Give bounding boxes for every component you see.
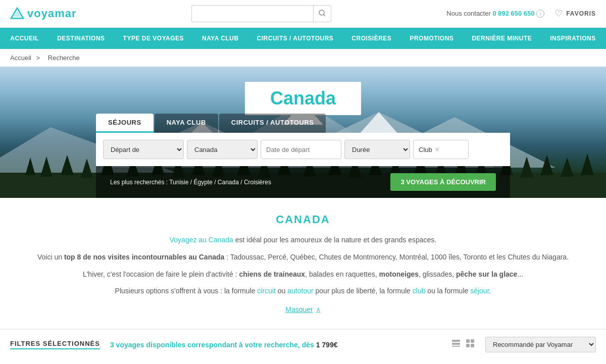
search-input[interactable] bbox=[192, 10, 313, 18]
para4-mid3: ou la formule bbox=[425, 287, 470, 295]
svg-point-3 bbox=[319, 10, 324, 15]
suggestion-canada[interactable]: Canada bbox=[218, 179, 239, 186]
masquer-button[interactable]: Masquer ∧ bbox=[285, 305, 320, 314]
breadcrumb: Accueil > Recherche bbox=[0, 49, 606, 67]
view-icons bbox=[451, 338, 475, 351]
duree-select[interactable]: Durée bbox=[344, 140, 410, 159]
breadcrumb-separator: > bbox=[36, 54, 40, 62]
nav-destinations[interactable]: DESTINATIONS bbox=[48, 28, 114, 49]
favorites-button[interactable]: ♡ FAVORIS bbox=[554, 8, 596, 19]
top-bar: voyamar Nous contacter 0 892 650 650 i ♡… bbox=[0, 0, 606, 28]
search-suggestions: Les plus recherchés : Tunisie / Égypte /… bbox=[103, 175, 278, 190]
club-filter[interactable]: Club × bbox=[413, 140, 469, 159]
results-count: 3 voyages disponibles correspondant à vo… bbox=[110, 341, 316, 349]
aucune-selection: Aucune sélection bbox=[0, 359, 606, 364]
club-tag: Club bbox=[419, 146, 432, 153]
svg-rect-41 bbox=[452, 340, 460, 342]
grid-view-icon[interactable] bbox=[465, 338, 475, 351]
date-input[interactable] bbox=[261, 140, 341, 159]
link-voyagez-canada[interactable]: Voyagez au Canada bbox=[170, 236, 233, 244]
svg-rect-45 bbox=[471, 339, 474, 343]
link-autotour[interactable]: autotour bbox=[287, 287, 313, 295]
svg-rect-46 bbox=[466, 344, 470, 347]
suggestion-tunisie[interactable]: Tunisie bbox=[169, 179, 188, 186]
svg-marker-39 bbox=[561, 158, 574, 177]
nav-derniere-minute[interactable]: DERNIÈRE MINUTE bbox=[463, 28, 541, 49]
svg-rect-42 bbox=[452, 343, 460, 345]
nav-type-voyages[interactable]: TYPE DE VOYAGES bbox=[114, 28, 193, 49]
content-section: CANADA Voyagez au Canada est idéal pour … bbox=[0, 198, 606, 329]
nav-circuits[interactable]: CIRCUITS / AUTOTOURS bbox=[248, 28, 343, 49]
svg-rect-44 bbox=[466, 339, 470, 343]
results-text: 3 voyages disponibles correspondant à vo… bbox=[110, 341, 441, 349]
svg-line-4 bbox=[324, 15, 325, 16]
content-title: CANADA bbox=[20, 213, 586, 226]
tab-circuits-autotours[interactable]: CIRCUITS / AUTOTOURS bbox=[219, 114, 326, 133]
para4-mid1: ou bbox=[276, 287, 287, 295]
para4-prefix: Plusieurs options s'offrent à vous : la … bbox=[115, 287, 258, 295]
chiens-traineaux: chiens de traineaux bbox=[239, 270, 305, 278]
hero-title-box: Canada bbox=[245, 82, 361, 115]
navigation: ACCUEIL DESTINATIONS TYPE DE VOYAGES NAY… bbox=[0, 28, 606, 49]
heart-icon: ♡ bbox=[554, 8, 563, 19]
search-tabs: SÉJOURS NAYA CLUB CIRCUITS / AUTOTOURS bbox=[96, 114, 510, 133]
depart-select[interactable]: Départ de bbox=[103, 140, 184, 159]
list-view-icon[interactable] bbox=[451, 338, 461, 351]
content-para1: Voyagez au Canada est idéal pour les amo… bbox=[20, 234, 586, 246]
search-icon bbox=[319, 10, 326, 17]
content-para2: Voici un top 8 de nos visites incontourn… bbox=[20, 251, 586, 264]
para1-suffix: est idéal pour les amoureux de la nature… bbox=[235, 236, 436, 244]
logo[interactable]: voyamar bbox=[10, 7, 77, 21]
club-remove-icon[interactable]: × bbox=[435, 145, 439, 153]
contact-info: Nous contacter 0 892 650 650 i bbox=[446, 10, 544, 18]
results-price: 1 799€ bbox=[316, 341, 338, 349]
chevron-up-icon: ∧ bbox=[316, 306, 321, 313]
tab-sejours[interactable]: SÉJOURS bbox=[96, 114, 154, 133]
suggestions-label: Les plus recherchés : bbox=[110, 179, 168, 186]
logo-icon bbox=[10, 7, 24, 21]
para2-bold: top 8 de nos visites incontournables au … bbox=[64, 253, 224, 261]
content-para3: L'hiver, c'est l'occasion de faire le pl… bbox=[20, 269, 586, 281]
svg-rect-43 bbox=[452, 346, 460, 347]
nav-croisieres[interactable]: CROISIÈRES bbox=[342, 28, 400, 49]
destination-select[interactable]: Canada bbox=[187, 140, 258, 159]
link-sejour[interactable]: séjour bbox=[470, 287, 489, 295]
svg-rect-47 bbox=[471, 344, 474, 347]
nav-accueil[interactable]: ACCUEIL bbox=[1, 28, 48, 49]
top-right: Nous contacter 0 892 650 650 i ♡ FAVORIS bbox=[446, 8, 596, 19]
nav-inspirations[interactable]: INSPIRATIONS bbox=[541, 28, 604, 49]
para4-mid2: pour plus de liberté, la formule bbox=[314, 287, 413, 295]
suggestion-croisieres[interactable]: Croisières bbox=[244, 179, 271, 186]
motoneiges: motoneiges bbox=[379, 270, 419, 278]
nav-promotions[interactable]: PROMOTIONS bbox=[400, 28, 463, 49]
logo-text: voyamar bbox=[27, 7, 77, 20]
link-circuit[interactable]: circuit bbox=[257, 287, 276, 295]
link-club[interactable]: club bbox=[413, 287, 426, 295]
breadcrumb-current: Recherche bbox=[48, 54, 80, 62]
filtres-label: FILTRES SÉLECTIONNÉS bbox=[10, 340, 100, 349]
breadcrumb-home[interactable]: Accueil bbox=[10, 54, 31, 62]
search-area: SÉJOURS NAYA CLUB CIRCUITS / AUTOTOURS D… bbox=[96, 114, 510, 198]
search-form: Départ de Canada Durée Club × bbox=[96, 133, 510, 166]
contact-phone[interactable]: 0 892 650 650 bbox=[492, 10, 534, 17]
content-para4: Plusieurs options s'offrent à vous : la … bbox=[20, 285, 586, 297]
para4-suffix: . bbox=[489, 287, 491, 295]
tab-naya-club[interactable]: NAYA CLUB bbox=[155, 114, 218, 133]
main-search-bar[interactable] bbox=[191, 5, 331, 22]
sort-select[interactable]: Recommandé par Voyamar bbox=[485, 337, 596, 352]
peche-glace: pêche sur la glace bbox=[456, 270, 517, 278]
filter-bar: FILTRES SÉLECTIONNÉS 3 voyages disponibl… bbox=[0, 329, 606, 359]
info-icon[interactable]: i bbox=[536, 10, 544, 18]
discover-button[interactable]: 3 VOYAGES À DÉCOUVRIR bbox=[390, 173, 496, 191]
svg-marker-40 bbox=[581, 153, 594, 175]
search-bottom-bar: Les plus recherchés : Tunisie / Égypte /… bbox=[96, 166, 510, 198]
search-button[interactable] bbox=[313, 5, 331, 22]
hero-title: Canada bbox=[270, 88, 336, 109]
hero-section: Canada SÉJOURS NAYA CLUB CIRCUITS / AUTO… bbox=[0, 67, 606, 198]
suggestion-egypte[interactable]: Égypte bbox=[193, 179, 212, 186]
nav-naya-club[interactable]: NAYA CLUB bbox=[193, 28, 248, 49]
